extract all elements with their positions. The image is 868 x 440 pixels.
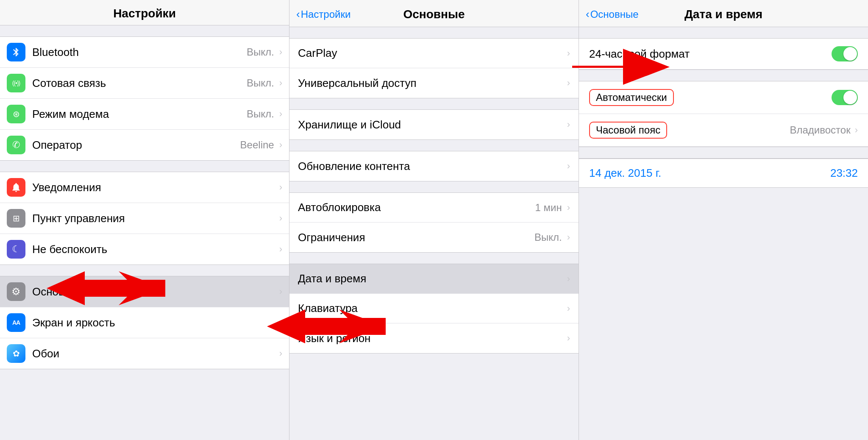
restrictions-label: Ограничения — [298, 231, 534, 244]
col2-group-1: CarPlay › Универсальный доступ › — [289, 38, 579, 98]
list-item-control[interactable]: ⊞ Пункт управления › — [0, 203, 289, 234]
col2-group-5: Дата и время › Клавиатура › Язык и регио… — [289, 264, 579, 354]
list-item-operator[interactable]: ✆ Оператор Beeline › — [0, 130, 289, 160]
col3-scroll[interactable]: 24-часовой формат Автоматически Часовой … — [579, 27, 868, 440]
cellular-label: Сотовая связь — [32, 77, 247, 90]
date-time-row: 14 дек. 2015 г. 23:32 — [579, 159, 868, 187]
list-item-dnd[interactable]: ☾ Не беспокоить › — [0, 234, 289, 265]
notifications-label: Уведомления — [32, 181, 278, 194]
col1-scroll[interactable]: Bluetooth Выкл. › ((•)) Сотовая связь Вы… — [0, 25, 289, 440]
autolock-value: 1 мин — [535, 202, 562, 214]
control-icon: ⊞ — [7, 209, 25, 228]
control-label: Пункт управления — [32, 212, 278, 225]
col3-group-1: 24-часовой формат — [579, 38, 868, 70]
list-item-cellular[interactable]: ((•)) Сотовая связь Выкл. › — [0, 68, 289, 99]
col2-header: ‹ Настройки Основные — [289, 0, 579, 27]
col1-group-1: Bluetooth Выкл. › ((•)) Сотовая связь Вы… — [0, 36, 289, 161]
restrictions-chevron: › — [567, 232, 570, 243]
display-icon: AA — [7, 313, 25, 332]
list-item-bluetooth[interactable]: Bluetooth Выкл. › — [0, 37, 289, 68]
date-value: 14 дек. 2015 г. — [589, 167, 830, 180]
col1-group-3: ⚙ Основные › AA Экран и яркость › ✿ Обои… — [0, 276, 289, 369]
display-chevron: › — [279, 317, 282, 328]
24h-toggle-thumb — [843, 47, 857, 61]
dnd-chevron: › — [279, 244, 282, 255]
autolock-chevron: › — [567, 202, 570, 213]
keyboard-chevron: › — [567, 303, 570, 314]
keyboard-label: Клавиатура — [298, 302, 565, 315]
accessibility-label: Универсальный доступ — [298, 77, 565, 90]
bluetooth-icon — [7, 43, 25, 61]
list-item-wallpaper[interactable]: ✿ Обои › — [0, 338, 289, 369]
col3-group-2: Автоматически Часовой пояс Владивосток › — [579, 81, 868, 147]
bluetooth-label: Bluetooth — [32, 46, 247, 59]
restrictions-value: Выкл. — [534, 231, 562, 243]
list-item-carplay[interactable]: CarPlay › — [289, 39, 579, 68]
dnd-label: Не беспокоить — [32, 243, 278, 256]
dnd-icon: ☾ — [7, 240, 25, 259]
24h-label: 24-часовой формат — [589, 47, 832, 61]
auto-label: Автоматически — [589, 89, 674, 106]
col2-back-button[interactable]: ‹ Настройки — [296, 8, 351, 21]
control-chevron: › — [279, 213, 282, 224]
bluetooth-chevron: › — [279, 47, 282, 58]
notifications-chevron: › — [279, 182, 282, 193]
modem-chevron: › — [279, 109, 282, 120]
notifications-icon — [7, 178, 25, 197]
modem-label: Режим модема — [32, 108, 247, 121]
list-item-language[interactable]: Язык и регион › — [289, 323, 579, 353]
list-item-autolock[interactable]: Автоблокировка 1 мин › — [289, 193, 579, 223]
list-item-restrictions[interactable]: Ограничения Выкл. › — [289, 223, 579, 252]
col2-back-label: Настройки — [301, 8, 351, 20]
refresh-label: Обновление контента — [298, 160, 565, 173]
list-item-modem[interactable]: ⊛ Режим модема Выкл. › — [0, 99, 289, 130]
time-value: 23:32 — [830, 167, 858, 180]
display-label: Экран и яркость — [32, 316, 278, 329]
operator-label: Оператор — [32, 139, 240, 152]
col1-group-2: Уведомления › ⊞ Пункт управления › ☾ Не … — [0, 172, 289, 265]
modem-icon: ⊛ — [7, 105, 25, 123]
list-item-general[interactable]: ⚙ Основные › — [0, 276, 289, 307]
datetime-chevron: › — [567, 273, 570, 284]
list-item-keyboard[interactable]: Клавиатура › — [289, 294, 579, 323]
list-item-datetime[interactable]: Дата и время › — [289, 264, 579, 294]
cellular-value: Выкл. — [247, 77, 274, 89]
col3-group-3: 14 дек. 2015 г. 23:32 — [579, 158, 868, 188]
general-label: Основные — [32, 285, 278, 298]
col1-title: Настройки — [0, 7, 289, 20]
wallpaper-label: Обои — [32, 347, 278, 360]
general-icon: ⚙ — [7, 282, 25, 301]
list-item-display[interactable]: AA Экран и яркость › — [0, 307, 289, 338]
col3-header: ‹ Основные Дата и время — [579, 0, 868, 27]
list-item-accessibility[interactable]: Универсальный доступ › — [289, 68, 579, 98]
accessibility-chevron: › — [567, 78, 570, 89]
auto-toggle-thumb — [843, 91, 857, 104]
cellular-icon: ((•)) — [7, 74, 25, 92]
phone-icon: ✆ — [7, 136, 25, 154]
row-24h: 24-часовой формат — [579, 39, 868, 70]
col2-group-3: Обновление контента › — [289, 151, 579, 181]
col2-group-4: Автоблокировка 1 мин › Ограничения Выкл.… — [289, 192, 579, 253]
row-timezone[interactable]: Часовой пояс Владивосток › — [579, 114, 868, 147]
timezone-chevron: › — [855, 125, 858, 136]
auto-toggle[interactable] — [832, 90, 858, 105]
cellular-chevron: › — [279, 78, 282, 89]
wallpaper-icon: ✿ — [7, 344, 25, 363]
language-label: Язык и регион — [298, 332, 565, 345]
col3-back-chevron: ‹ — [586, 8, 590, 21]
bluetooth-value: Выкл. — [247, 46, 274, 58]
list-item-refresh[interactable]: Обновление контента › — [289, 151, 579, 181]
24h-toggle[interactable] — [832, 46, 858, 61]
wallpaper-chevron: › — [279, 348, 282, 359]
row-auto: Автоматически — [579, 81, 868, 114]
list-item-notifications[interactable]: Уведомления › — [0, 172, 289, 203]
col2-scroll[interactable]: CarPlay › Универсальный доступ › Хранили… — [289, 27, 579, 440]
storage-chevron: › — [567, 119, 570, 130]
col3-back-button[interactable]: ‹ Основные — [586, 8, 639, 21]
settings-column: Настройки Bluetooth Выкл. › ((•)) Сотова… — [0, 0, 289, 440]
list-item-storage[interactable]: Хранилище и iCloud › — [289, 110, 579, 139]
datetime-label: Дата и время — [298, 272, 565, 285]
autolock-label: Автоблокировка — [298, 201, 535, 214]
col1-header: Настройки — [0, 0, 289, 25]
col2-group-2: Хранилище и iCloud › — [289, 109, 579, 140]
